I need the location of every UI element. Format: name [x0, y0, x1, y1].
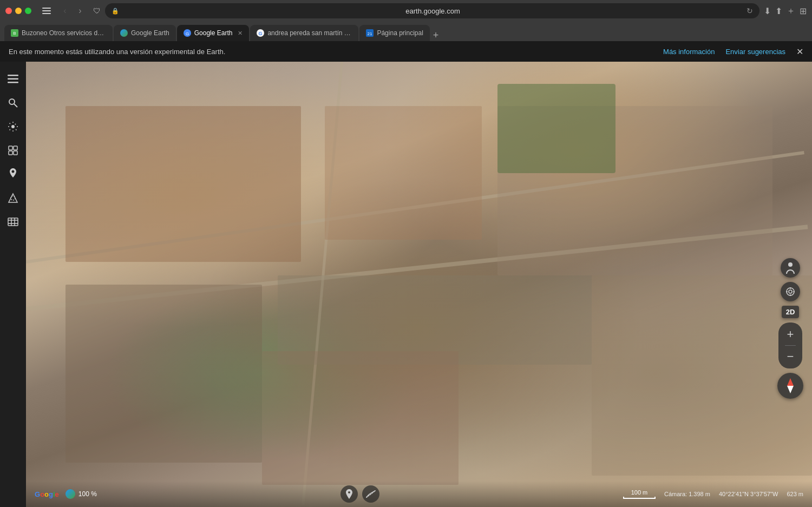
map-controls-cluster: 2D + −: [777, 258, 803, 399]
minimize-window-button[interactable]: [15, 8, 22, 14]
google-logo: Google: [35, 490, 59, 498]
svg-point-26: [788, 262, 793, 267]
forward-button[interactable]: ›: [74, 4, 87, 17]
svg-point-14: [11, 125, 15, 128]
tab-label-andrea: andrea pereda san martín - Busc...: [267, 29, 352, 37]
svg-text:G: G: [186, 31, 189, 36]
banner-actions: Más información Enviar sugerencias ✕: [663, 47, 803, 57]
svg-rect-17: [9, 151, 12, 155]
svg-rect-0: [42, 8, 51, 9]
toolbar-actions: ⬇ ⬆ ＋ ⊞: [764, 5, 807, 17]
grid-button[interactable]: ⊞: [800, 6, 807, 16]
sidebar-layers-icon[interactable]: [2, 140, 24, 161]
tab-google-earth-active[interactable]: G Google Earth ✕: [177, 25, 250, 41]
tab-pagina-principal[interactable]: 21 Página principal: [359, 25, 429, 41]
zoom-divider: [785, 345, 796, 346]
nav-buttons: ‹ ›: [58, 4, 87, 17]
svg-line-13: [14, 104, 17, 107]
tab-favicon-buzoneo: B: [11, 29, 18, 37]
close-window-button[interactable]: [5, 8, 12, 14]
coordinates: 40°22'41"N 3°37'57"W: [719, 491, 778, 497]
svg-text:G: G: [259, 31, 263, 36]
address-bar[interactable]: 🔒 earth.google.com ↻: [105, 3, 759, 18]
lock-icon: 🔒: [112, 8, 119, 15]
altitude: 623 m: [787, 491, 803, 497]
city-block-4: [66, 285, 262, 463]
svg-point-12: [9, 99, 15, 104]
map-background: [26, 62, 812, 507]
scale-label: 100 m: [631, 489, 648, 496]
street-view-button[interactable]: [781, 258, 800, 278]
compass-arrow: [787, 378, 794, 393]
tab-buzoneo[interactable]: B Buzoneo Otros servicios de emp...: [4, 25, 113, 41]
bottom-bar: Google 100 %: [26, 481, 812, 507]
measure-button[interactable]: [362, 485, 379, 503]
share-button[interactable]: ⬆: [775, 6, 782, 16]
city-block-2: [325, 106, 482, 240]
earth-icon: [66, 489, 75, 499]
tab-label-earth-active: Google Earth: [194, 29, 233, 37]
tab-favicon-pagina: 21: [366, 29, 374, 37]
my-location-button[interactable]: [781, 282, 800, 301]
svg-rect-2: [42, 13, 51, 14]
zoom-out-button[interactable]: −: [781, 347, 800, 366]
more-info-link[interactable]: Más información: [663, 48, 715, 56]
svg-marker-19: [9, 194, 17, 202]
earth-version: 100 %: [66, 489, 97, 499]
city-block-6: [262, 351, 459, 485]
tabs-bar: B Buzoneo Otros servicios de emp... Goog…: [0, 22, 812, 41]
tab-label-earth1: Google Earth: [131, 29, 169, 37]
tab-favicon-earth-active: G: [184, 29, 191, 37]
tab-close-button[interactable]: ✕: [238, 30, 243, 37]
address-text: earth.google.com: [122, 7, 743, 15]
svg-rect-18: [14, 151, 17, 155]
compass-north: [787, 378, 794, 386]
svg-text:21: 21: [368, 31, 372, 36]
bottom-left: Google 100 %: [35, 489, 97, 499]
compass[interactable]: [777, 373, 803, 399]
left-sidebar: [0, 62, 26, 507]
tab-label-pagina: Página principal: [377, 29, 423, 37]
sidebar-pin-icon[interactable]: [2, 163, 24, 185]
sidebar-search-icon[interactable]: [2, 92, 24, 114]
tab-andrea[interactable]: G andrea pereda san martín - Busc...: [250, 25, 358, 41]
title-bar: ‹ › 🛡 🔒 earth.google.com ↻ ⬇ ⬆ ＋ ⊞: [0, 0, 812, 22]
compass-south: [787, 386, 794, 393]
scale-line: [623, 497, 656, 499]
sidebar-menu-icon[interactable]: [2, 68, 24, 90]
sidebar-settings-icon[interactable]: [2, 116, 24, 137]
banner-close-button[interactable]: ✕: [796, 47, 803, 57]
new-tab-plus-button[interactable]: +: [433, 30, 439, 41]
svg-rect-1: [42, 10, 51, 11]
2d-view-button[interactable]: 2D: [782, 306, 800, 318]
maximize-window-button[interactable]: [25, 8, 31, 14]
place-pin-button[interactable]: [340, 485, 358, 503]
shield-icon: 🛡: [93, 6, 101, 15]
banner-text: En este momento estás utilizando una ver…: [9, 48, 225, 56]
browser-wrapper: ‹ › 🛡 🔒 earth.google.com ↻ ⬇ ⬆ ＋ ⊞ B Buz…: [0, 0, 812, 507]
sidebar-shapes-icon[interactable]: [2, 187, 24, 209]
svg-rect-9: [8, 75, 18, 76]
tab-google-earth-1[interactable]: Google Earth: [114, 25, 176, 41]
send-suggestions-link[interactable]: Enviar sugerencias: [725, 48, 785, 56]
camera-info: Cámara: 1.398 m: [664, 491, 710, 497]
map-area[interactable]: Google 100 %: [26, 62, 812, 507]
bottom-right: 100 m Cámara: 1.398 m 40°22'41"N 3°37'57…: [623, 489, 803, 499]
zoom-controls: + −: [778, 322, 802, 368]
park-area: [497, 84, 615, 173]
main-content: Google 100 %: [0, 62, 812, 507]
svg-point-27: [789, 290, 792, 293]
city-block-1: [66, 106, 302, 262]
tab-favicon-andrea: G: [257, 29, 264, 37]
tab-label-buzoneo: Buzoneo Otros servicios de emp...: [22, 29, 106, 37]
reload-button[interactable]: ↻: [746, 6, 753, 15]
sidebar-toggle-button[interactable]: [39, 5, 54, 17]
tab-favicon-earth1: [120, 29, 128, 37]
zoom-in-button[interactable]: +: [781, 325, 800, 344]
svg-rect-15: [9, 146, 12, 150]
new-tab-button[interactable]: ＋: [787, 5, 795, 17]
sidebar-map-icon[interactable]: [2, 211, 24, 233]
back-button[interactable]: ‹: [58, 4, 71, 17]
bottom-tools: [340, 485, 379, 503]
downloads-button[interactable]: ⬇: [764, 6, 771, 16]
